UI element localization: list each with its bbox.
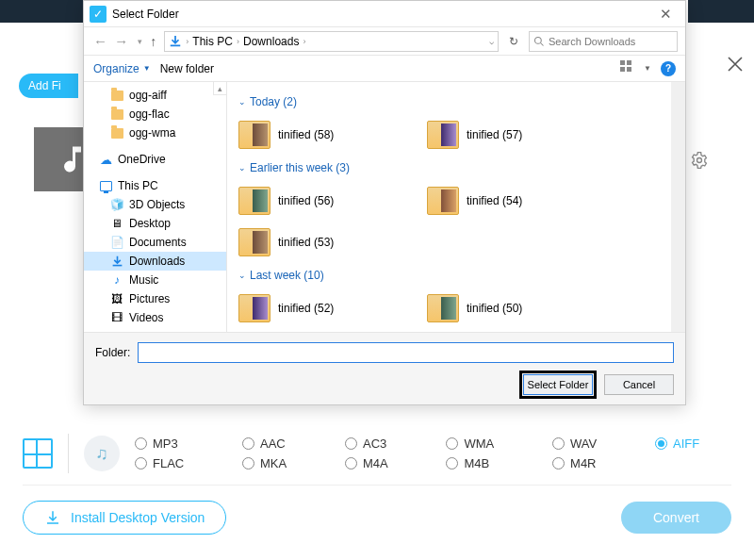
search-icon — [533, 36, 545, 47]
format-wav[interactable]: WAV — [552, 436, 629, 451]
format-flac[interactable]: FLAC — [135, 456, 216, 470]
tree-item-this-pc[interactable]: This PC — [84, 176, 226, 195]
folder-item[interactable]: tinified (50) — [427, 288, 615, 329]
add-file-button[interactable]: Add Fi — [19, 74, 78, 98]
folder-icon — [427, 187, 459, 215]
select-folder-button[interactable]: Select Folder — [523, 374, 593, 395]
folder-item[interactable]: tinified (57) — [427, 114, 615, 156]
folder-input[interactable] — [138, 342, 674, 363]
scrollbar-thumb[interactable] — [673, 171, 683, 227]
bg-dark-right — [688, 0, 754, 23]
settings-icon[interactable] — [690, 151, 709, 173]
tree-item-videos[interactable]: 🎞Videos — [84, 308, 226, 327]
tree-item-pictures[interactable]: 🖼Pictures — [84, 289, 226, 308]
folder-icon — [427, 121, 459, 149]
format-label: MKA — [260, 456, 287, 470]
format-ac3[interactable]: AC3 — [345, 436, 420, 451]
tree-item-desktop[interactable]: 🖥Desktop — [84, 214, 226, 233]
video-format-icon[interactable] — [23, 438, 53, 469]
dialog-close-icon[interactable]: ✕ — [652, 6, 680, 23]
radio-icon — [552, 457, 565, 469]
folder-icon — [238, 228, 270, 256]
group-header[interactable]: ⌄Last week (10) — [238, 269, 660, 282]
svg-rect-4 — [620, 67, 625, 72]
folder-name: tinified (53) — [278, 236, 334, 249]
install-desktop-button[interactable]: Install Desktop Version — [23, 501, 226, 535]
folder-list: ⌄Today (2)tinified (58)tinified (57)⌄Ear… — [227, 82, 685, 332]
folder-label: Folder: — [95, 346, 130, 359]
radio-icon — [655, 437, 667, 450]
refresh-icon[interactable]: ↻ — [506, 34, 521, 49]
folder-item[interactable]: tinified (54) — [427, 180, 615, 222]
chevron-down-icon: ⌄ — [238, 271, 246, 280]
tree-scroll-up-icon[interactable]: ▴ — [213, 82, 226, 95]
folder-name: tinified (52) — [278, 302, 334, 315]
format-wma[interactable]: WMA — [446, 436, 526, 451]
tree-item-3d-objects[interactable]: 🧊3D Objects — [84, 195, 226, 214]
folder-name: tinified (57) — [467, 128, 522, 141]
format-aac[interactable]: AAC — [242, 436, 319, 451]
organize-menu[interactable]: Organize ▼ — [93, 62, 151, 75]
dialog-title: Select Folder — [112, 8, 179, 21]
tree-item-label: Desktop — [129, 217, 171, 230]
tree-item-label: Videos — [129, 311, 163, 324]
help-icon[interactable]: ? — [661, 61, 676, 76]
tree-item-onedrive[interactable]: ☁OneDrive — [84, 150, 226, 169]
tree-item-ogg-wma[interactable]: ogg-wma — [84, 124, 226, 142]
group-header[interactable]: ⌄Earlier this week (3) — [238, 161, 660, 174]
chevron-down-icon: ▼ — [143, 64, 151, 73]
back-icon[interactable]: ← — [91, 33, 109, 49]
audio-format-icon[interactable]: ♫ — [84, 436, 120, 471]
format-m4b[interactable]: M4B — [446, 456, 526, 470]
download-icon — [44, 509, 61, 526]
tree-item-label: Downloads — [129, 255, 185, 268]
format-m4r[interactable]: M4R — [552, 456, 629, 470]
address-dropdown-icon[interactable]: ⌵ — [489, 37, 494, 46]
group-header[interactable]: ⌄Today (2) — [238, 95, 660, 108]
tree-item-music[interactable]: ♪Music — [84, 271, 226, 289]
view-options-icon[interactable] — [619, 59, 634, 77]
convert-button[interactable]: Convert — [621, 502, 731, 534]
format-aiff[interactable]: AIFF — [655, 436, 731, 451]
tree-item-label: Pictures — [129, 292, 170, 305]
bg-dark-left — [0, 0, 83, 23]
new-folder-button[interactable]: New folder — [160, 62, 214, 75]
forward-icon[interactable]: → — [112, 33, 130, 49]
folder-item[interactable]: tinified (53) — [238, 222, 427, 263]
tree-item-downloads[interactable]: Downloads — [84, 252, 226, 271]
address-bar[interactable]: › This PC › Downloads › ⌵ — [164, 31, 499, 52]
cancel-button[interactable]: Cancel — [604, 374, 674, 395]
group-label: Earlier this week (3) — [250, 161, 350, 174]
tree-item-documents[interactable]: 📄Documents — [84, 233, 226, 252]
folder-item[interactable]: tinified (49) — [238, 329, 427, 332]
svg-rect-2 — [620, 60, 625, 65]
tree-item-ogg-aiff[interactable]: ogg-aiff — [84, 86, 226, 105]
radio-icon — [446, 437, 458, 450]
group-label: Today (2) — [250, 95, 297, 108]
format-m4a[interactable]: M4A — [345, 456, 420, 470]
folder-item[interactable]: tinified (48) — [427, 329, 615, 332]
folder-item[interactable]: tinified (58) — [238, 114, 427, 156]
chevron-down-icon[interactable]: ▼ — [644, 64, 651, 73]
folder-item[interactable]: tinified (52) — [238, 288, 427, 329]
tree-item-ogg-flac[interactable]: ogg-flac — [84, 105, 226, 124]
format-label: AIFF — [673, 436, 699, 451]
crumb-root[interactable]: This PC — [192, 35, 233, 48]
format-mp3[interactable]: MP3 — [135, 436, 216, 451]
folder-name: tinified (56) — [278, 194, 334, 207]
folder-icon — [238, 294, 270, 322]
search-input[interactable]: Search Downloads — [529, 31, 678, 52]
format-mka[interactable]: MKA — [242, 456, 319, 470]
crumb-folder[interactable]: Downloads — [243, 35, 299, 48]
recent-dropdown-icon[interactable]: ▾ — [138, 37, 142, 46]
close-icon[interactable] — [726, 55, 745, 77]
chevron-down-icon: ⌄ — [238, 163, 246, 173]
radio-icon — [135, 437, 147, 450]
tree-item-label: ogg-wma — [129, 126, 175, 140]
up-icon[interactable]: ↑ — [150, 34, 156, 49]
select-folder-dialog: ✓ Select Folder ✕ ← → ▾ ↑ › This PC › Do… — [83, 0, 686, 405]
folder-name: tinified (58) — [278, 128, 334, 141]
chevron-down-icon: ⌄ — [238, 97, 246, 107]
folder-item[interactable]: tinified (56) — [238, 180, 427, 222]
tree-item-local-disk-c-[interactable]: Local Disk (C:) — [84, 327, 226, 332]
